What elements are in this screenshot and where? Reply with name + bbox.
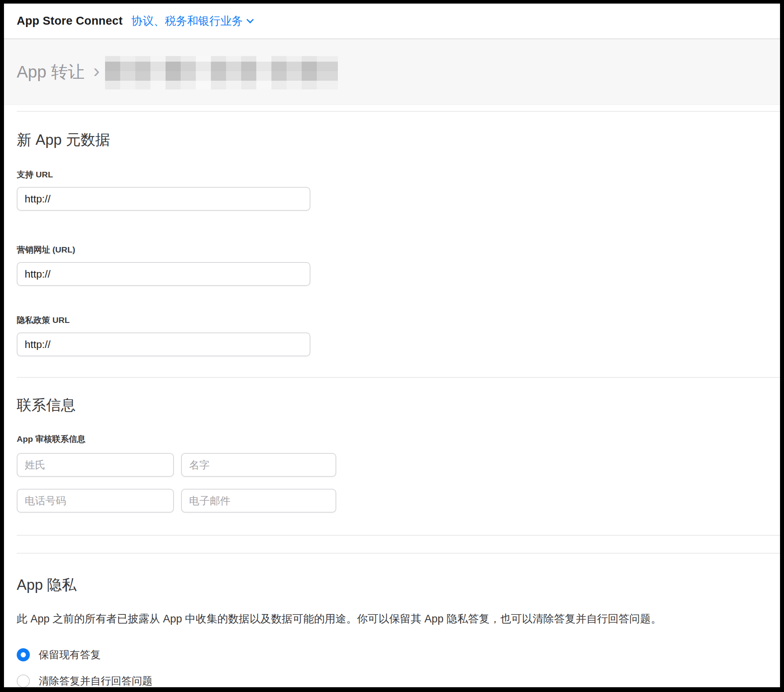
breadcrumb: App 转让 › <box>4 39 780 105</box>
phone-number-input[interactable] <box>17 489 174 513</box>
nav-link-label: 协议、税务和银行业务 <box>131 14 243 29</box>
privacy-policy-url-input[interactable] <box>17 332 310 356</box>
radio-selected-icon[interactable] <box>17 648 30 661</box>
clear-answers-option[interactable]: 清除答复并自行回答问题 <box>17 674 780 687</box>
breadcrumb-app-transfer-link[interactable]: App 转让 <box>17 61 84 83</box>
radio-unselected-icon[interactable] <box>17 675 30 688</box>
marketing-url-input[interactable] <box>17 262 310 286</box>
first-name-input[interactable] <box>181 453 336 477</box>
divider <box>17 535 780 536</box>
section-title-app-privacy: App 隐私 <box>17 575 780 595</box>
radio-option-label: 保留现有答复 <box>39 648 101 662</box>
app-title: App Store Connect <box>17 14 123 27</box>
section-title-contact-info: 联系信息 <box>17 395 780 415</box>
contact-grid <box>17 453 780 513</box>
top-header: App Store Connect 协议、税务和银行业务 <box>4 4 780 39</box>
email-input[interactable] <box>181 489 336 513</box>
agreements-tax-banking-link[interactable]: 协议、税务和银行业务 <box>131 14 253 29</box>
breadcrumb-chevron-icon: › <box>93 61 99 83</box>
redacted-app-name <box>105 56 338 89</box>
radio-option-label: 清除答复并自行回答问题 <box>39 674 152 688</box>
last-name-input[interactable] <box>17 453 174 477</box>
support-url-input[interactable] <box>17 187 310 211</box>
divider <box>17 377 780 378</box>
divider <box>17 553 780 554</box>
main-content: 新 App 元数据 支持 URL 营销网址 (URL) 隐私政策 URL 联系信… <box>4 111 780 687</box>
privacy-policy-url-label: 隐私政策 URL <box>17 315 780 325</box>
support-url-label: 支持 URL <box>17 169 780 180</box>
keep-existing-answers-option[interactable]: 保留现有答复 <box>17 647 780 662</box>
page: App Store Connect 协议、税务和银行业务 App 转让 › 新 … <box>4 4 780 687</box>
app-privacy-description: 此 App 之前的所有者已披露从 App 中收集的数据以及数据可能的用途。你可以… <box>17 612 780 626</box>
marketing-url-label: 营销网址 (URL) <box>17 244 780 255</box>
privacy-answer-radio-group: 保留现有答复 清除答复并自行回答问题 <box>17 647 780 687</box>
section-title-new-app-metadata: 新 App 元数据 <box>17 130 780 150</box>
chevron-down-icon <box>246 16 254 23</box>
app-review-contact-label: App 审核联系信息 <box>17 433 780 444</box>
divider <box>17 111 780 112</box>
